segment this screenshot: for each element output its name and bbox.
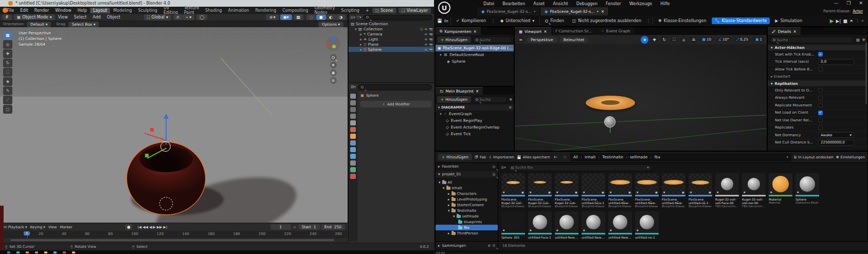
outliner-item-sphere[interactable]: ▸▽ Sphere 👁📷	[349, 47, 434, 52]
ue-viewport-canvas[interactable]	[515, 44, 767, 151]
gizmo-x-handle[interactable]	[150, 128, 154, 132]
asset-tile-14[interactable]: ★ untitled-Face-1	[528, 211, 552, 239]
row-advanced-expander[interactable]: ▸ Erweitert	[768, 74, 867, 81]
tree-item-blueprints[interactable]: blueprints	[436, 219, 498, 225]
menu-werkzeuge[interactable]: Werkzeuge	[625, 2, 656, 6]
menu-view[interactable]: View	[55, 15, 71, 20]
asset-tile-15[interactable]: ★ untitled-New-Edge-00	[555, 211, 578, 239]
drag-value-dropdown[interactable]: Select Box ▾	[68, 22, 99, 27]
outliner-collection[interactable]: ▾▤ Collection ☑ 👁 📷	[349, 26, 434, 31]
camera-visibility-icon[interactable]: 📷	[429, 43, 433, 46]
asset-tile-4[interactable]: ★◉ FbxScene_untitled-face-1 Blueprint-Kl…	[582, 173, 605, 208]
save-all-button[interactable]: 💾Alles speichern	[517, 155, 550, 159]
orientation-value-dropdown[interactable]: Default ▾	[27, 22, 51, 27]
current-frame-field[interactable]: 1	[270, 224, 291, 230]
menu-select[interactable]: Select	[71, 15, 90, 20]
asset-tile-18[interactable]: ★ untitled-no-1	[635, 211, 659, 239]
blender-app-icon[interactable]	[3, 8, 8, 13]
component-scene-root[interactable]: ▾⌘ DefaultSceneRoot	[436, 51, 514, 58]
add-component-button[interactable]: +Hinzufügen	[437, 37, 471, 43]
filter-icon[interactable]: ☰▾	[501, 166, 506, 170]
event-beginplay-item[interactable]: ◇ Event BeginPlay	[436, 117, 514, 124]
toolbar-overflow-icon[interactable]: »	[861, 19, 864, 23]
workspace-modeling[interactable]: Modeling	[110, 8, 135, 13]
collections-header[interactable]: ▸Sammlungen ⊕	[436, 242, 498, 250]
outliner-item-plane[interactable]: ▸▽ Plane 👁📷	[349, 42, 434, 47]
workspace-rendering[interactable]: Rendering	[252, 8, 279, 13]
snapping-toggle[interactable]: ∩	[173, 14, 183, 20]
cursor-tool[interactable]: ◎	[3, 40, 12, 49]
axis-gizmo[interactable]	[326, 37, 340, 51]
marker-menu[interactable]: Marker	[60, 225, 73, 229]
class-defaults-button[interactable]: 🔧Klasse-Standardwerte	[712, 17, 770, 24]
event-graph-tab[interactable]: ⁘Event Graph	[596, 27, 634, 35]
blender-titlebar[interactable]: * untitled [C:\Users\yakup\Desktop\test …	[0, 0, 465, 7]
menu-hilfe[interactable]: Hilfe	[656, 2, 674, 6]
snapping-dropdown[interactable]: ⌁ ▾	[183, 14, 194, 20]
diff-dropdown[interactable]: ◆Unterschied▾	[497, 17, 537, 24]
playhead-badge[interactable]: 1	[24, 231, 30, 235]
unreal-titlebar[interactable]: U Datei Bearbeiten Asset Ansicht Debugge…	[434, 0, 868, 15]
menu-add[interactable]: Add	[89, 15, 104, 20]
gizmo-x-axis[interactable]	[144, 133, 166, 140]
tab-material[interactable]	[350, 174, 356, 179]
tree-item-levelprototyping[interactable]: ▸LevelPrototyping	[436, 196, 498, 202]
asset-search-input[interactable]	[515, 166, 646, 170]
scene-selector[interactable]: ◲Scene	[372, 8, 396, 13]
asset-tile-13[interactable]: ★ Sphere_001	[501, 211, 525, 239]
net-dormancy-select[interactable]: Awake▾	[818, 132, 854, 138]
scale-snap-toggle[interactable]: ⤢0,25	[734, 37, 751, 42]
maximize-icon[interactable]: ❐	[846, 1, 851, 6]
asset-tile-9[interactable]: ★ Kugel-32-soli-soli-Face-00 FBX-Szeneni…	[715, 173, 739, 208]
component-sphere[interactable]: ◆ Sphere	[436, 58, 514, 65]
shading-rendered-button[interactable]: ◑	[336, 14, 346, 20]
cb-settings-button[interactable]: ✾Einstellungen	[836, 155, 865, 159]
asset-tab-2[interactable]: ◉ FbxScene_Kugel-32-s...• ✕	[540, 7, 609, 15]
asset-tile-8[interactable]: ★◉ FbxScene_untitled-no-1 Blueprint-Klas…	[689, 173, 712, 208]
save-icon[interactable]: 💾	[437, 19, 442, 23]
transform-gizmo[interactable]	[130, 110, 207, 187]
menu-asset[interactable]: Asset	[529, 2, 549, 6]
section-actor-tick[interactable]: ▾Actor-Häkchen	[768, 45, 867, 51]
workspace-layout[interactable]: Layout	[90, 8, 110, 13]
eject-button[interactable]: ⏶	[849, 18, 853, 24]
tab-constraints[interactable]	[350, 160, 356, 166]
xray-toggle[interactable]: ▩	[294, 14, 304, 20]
view-mode-dropdown[interactable]: Beleuchtet	[559, 37, 589, 43]
workspace-shading[interactable]: Shading	[202, 8, 225, 13]
tab-output[interactable]	[350, 107, 356, 112]
perspective-dropdown[interactable]: Perspektive	[527, 37, 557, 43]
forward-icon[interactable]: →	[562, 154, 568, 160]
construction-script-tab[interactable]: fConstruction Sc...	[551, 27, 597, 35]
ortho-toggle-icon[interactable]: ⊞	[330, 77, 337, 84]
component-root-selected[interactable]: ◉ FbxScene_Kugel-32-soli-Edge-00 (Selbst…	[436, 45, 514, 51]
details-settings-gear-icon[interactable]: ✾	[862, 38, 865, 42]
net-load-checkbox[interactable]: ✓	[818, 111, 823, 115]
tree-item-testinhalte[interactable]: ▾Testinhalte	[436, 208, 498, 213]
components-search[interactable]	[473, 37, 512, 43]
add-primitive-tool[interactable]: ▢	[3, 105, 12, 114]
view-menu[interactable]: View	[48, 225, 57, 229]
hide-eye-icon[interactable]: 👁	[425, 38, 428, 41]
grid-snap-toggle[interactable]: ▦10	[699, 37, 714, 42]
tab-particles[interactable]	[350, 147, 356, 152]
asset-tile-6[interactable]: ★◉ FbxScene_untitled-New- Blueprint-Klas…	[635, 173, 659, 208]
import-button[interactable]: ⇩Importieren	[489, 155, 514, 159]
transform-orientation-dropdown[interactable]: ⛶Global▾	[144, 14, 171, 21]
event-actorbeginoverlap-item[interactable]: ◇ Event ActorBeginOverlap	[436, 124, 514, 131]
tick-interval-input[interactable]: 0,0	[818, 59, 854, 65]
hide-eye-icon[interactable]: 👁	[425, 48, 428, 51]
tab-physics[interactable]	[350, 154, 356, 159]
next-key-button[interactable]: ▶▶	[157, 225, 162, 229]
event-tick-item[interactable]: ◇ Event Tick	[436, 131, 514, 137]
menu-fenster[interactable]: Fenster	[602, 2, 625, 6]
only-relevant-checkbox[interactable]	[818, 88, 823, 93]
outliner-scene-collection[interactable]: ▤ Scene Collection	[349, 21, 434, 26]
details-search-input[interactable]	[777, 38, 851, 42]
menu-help[interactable]: Help	[75, 8, 90, 13]
fab-button[interactable]: 🗇Fab	[475, 155, 486, 159]
tab-render[interactable]	[350, 100, 356, 105]
breadcrumb-dropdown-icon[interactable]: ▾	[786, 155, 788, 159]
move-tool[interactable]: ✚	[3, 49, 12, 58]
outliner-search[interactable]	[363, 15, 432, 20]
